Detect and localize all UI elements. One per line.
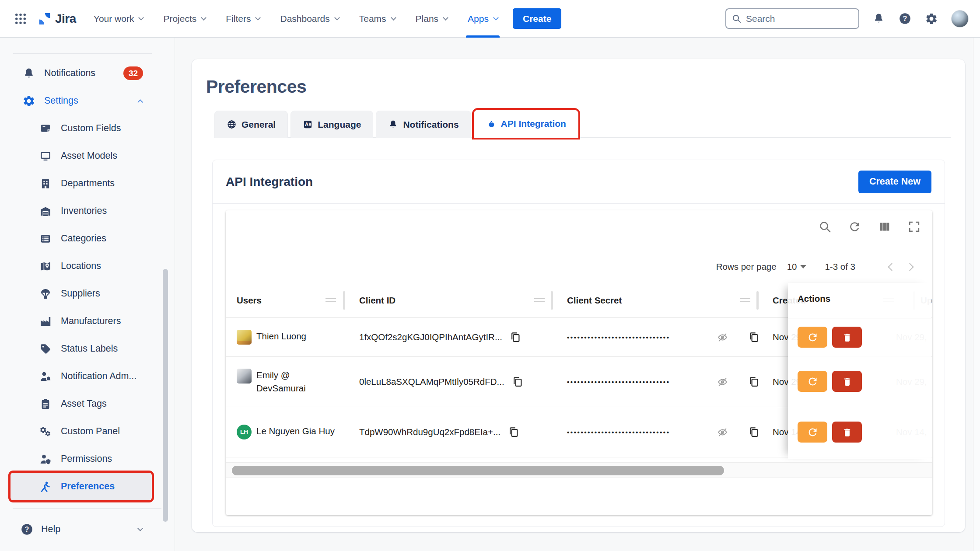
sidebar-item-suppliers[interactable]: Suppliers (0, 280, 175, 307)
delete-key-button[interactable] (832, 327, 862, 348)
regenerate-key-button[interactable] (798, 327, 827, 348)
sidebar-item-categories[interactable]: Categories (0, 225, 175, 252)
delete-key-button[interactable] (832, 371, 862, 392)
nav-item-apps[interactable]: Apps (468, 0, 498, 38)
user-bell-icon (38, 370, 52, 383)
factory-icon (38, 315, 52, 328)
create-new-button[interactable]: Create New (858, 171, 931, 193)
sidebar-item-manufacturers[interactable]: Manufacturers (0, 307, 175, 335)
regenerate-key-button[interactable] (798, 422, 827, 443)
delete-key-button[interactable] (832, 422, 862, 443)
refresh-icon (807, 331, 819, 343)
nav-item-label: Apps (468, 14, 489, 24)
chevron-down-icon (334, 15, 340, 21)
sidebar-item-notifications[interactable]: Notifications32 (0, 59, 175, 87)
sidebar-item-preferences[interactable]: Preferences (10, 473, 152, 500)
sidebar-item-inventories[interactable]: Inventories (0, 197, 175, 225)
sidebar-item-settings[interactable]: Settings (0, 87, 175, 115)
column-header-client-secret: Client Secret (567, 283, 622, 318)
sidebar-item-permissions[interactable]: Permissions (0, 445, 175, 473)
sidebar-item-asset-models[interactable]: Asset Models (0, 142, 175, 170)
horizontal-scrollbar-thumb[interactable] (232, 466, 724, 475)
sidebar-item-custom-panel[interactable]: Custom Panel (0, 418, 175, 445)
copy-client-secret-icon[interactable] (748, 376, 760, 388)
nav-item-plans[interactable]: Plans (416, 0, 448, 38)
gears-icon (38, 425, 52, 438)
refresh-icon (807, 376, 819, 387)
help-icon[interactable]: ? (898, 12, 912, 25)
nav-item-filters[interactable]: Filters (226, 0, 260, 38)
bell-icon (22, 67, 36, 80)
chevron-left-icon (888, 263, 896, 271)
previous-page-button[interactable] (881, 257, 901, 277)
sidebar-item-label: Permissions (61, 453, 112, 464)
trash-icon (842, 332, 853, 343)
tab-general[interactable]: General (214, 111, 288, 138)
nav-item-dashboards[interactable]: Dashboards (280, 0, 339, 38)
user-avatar[interactable] (951, 10, 969, 28)
bell-icon (388, 119, 398, 129)
jira-logo[interactable]: Jira (38, 12, 76, 26)
sidebar-item-notification-adm[interactable]: Notification Adm... (0, 363, 175, 390)
translate-icon: A (303, 119, 313, 129)
card-icon (38, 122, 52, 135)
column-header-client-id: Client ID (359, 283, 396, 318)
column-resize-handle[interactable] (326, 298, 336, 302)
refresh-icon[interactable] (848, 220, 861, 234)
column-resize-handle[interactable] (534, 298, 545, 302)
search-input[interactable] (746, 14, 853, 24)
sidebar-item-status-labels[interactable]: Status Labels (0, 335, 175, 363)
reveal-secret-eye-icon[interactable] (717, 426, 728, 438)
client-id-value: 0leLuL8aSXQLAMqPMtIly05RdFD... (359, 377, 504, 387)
client-secret-mask: •••••••••••••••••••••••••••••• (567, 378, 716, 386)
nav-item-teams[interactable]: Teams (359, 0, 396, 38)
global-search[interactable] (725, 8, 859, 29)
tab-notifications[interactable]: Notifications (376, 111, 471, 138)
cell-client-secret: •••••••••••••••••••••••••••••• (567, 357, 770, 407)
view-columns-icon[interactable] (878, 220, 891, 234)
tab-api-integration[interactable]: API Integration (474, 110, 578, 138)
copy-client-id-icon[interactable] (509, 331, 522, 343)
sidebar-item-help[interactable]: ? Help (0, 516, 175, 543)
copy-client-secret-icon[interactable] (748, 331, 760, 343)
sidebar-item-asset-tags[interactable]: Asset Tags (0, 390, 175, 418)
copy-client-secret-icon[interactable] (748, 426, 760, 438)
sidebar-item-departments[interactable]: Departments (0, 170, 175, 197)
user-avatar-photo (237, 330, 252, 345)
nav-item-projects[interactable]: Projects (163, 0, 206, 38)
sidebar-item-locations[interactable]: Locations (0, 252, 175, 280)
sidebar-item-label: Asset Models (61, 150, 117, 161)
page-scrollbar[interactable] (973, 38, 980, 551)
monitor-icon (38, 150, 52, 162)
copy-client-id-icon[interactable] (508, 426, 520, 438)
jira-logo-text: Jira (55, 12, 76, 26)
chevron-down-icon (256, 15, 261, 21)
fullscreen-icon[interactable] (907, 220, 921, 234)
client-secret-mask: •••••••••••••••••••••••••••••• (567, 429, 716, 436)
chevron-down-icon (443, 15, 448, 21)
tab-language[interactable]: ALanguage (290, 111, 373, 138)
column-resize-handle[interactable] (740, 298, 750, 302)
page-title: Preferences (206, 77, 306, 97)
sidebar-scrollbar[interactable] (163, 269, 168, 522)
reveal-secret-eye-icon[interactable] (717, 376, 728, 388)
regenerate-key-button[interactable] (798, 371, 827, 392)
sidebar-item-label: Manufacturers (61, 316, 121, 327)
notifications-bell-icon[interactable] (872, 12, 885, 25)
refresh-icon (807, 426, 819, 438)
search-icon[interactable] (818, 220, 832, 234)
runner-icon (38, 481, 52, 493)
chevron-down-icon (139, 15, 144, 21)
app-switcher-icon[interactable] (11, 10, 30, 28)
preferences-page-card: Preferences GeneralALanguageNotification… (192, 59, 965, 532)
settings-gear-icon[interactable] (925, 12, 938, 25)
next-page-button[interactable] (901, 257, 921, 277)
create-button[interactable]: Create (513, 8, 561, 29)
nav-item-your-work[interactable]: Your work (94, 0, 144, 38)
reveal-secret-eye-icon[interactable] (717, 331, 728, 343)
copy-client-id-icon[interactable] (511, 376, 524, 388)
rows-per-page-select[interactable]: 10 (787, 262, 807, 272)
sidebar-item-custom-fields[interactable]: Custom Fields (0, 115, 175, 142)
clipboard-icon (38, 398, 52, 410)
topbar-right-cluster: ? (725, 8, 969, 29)
